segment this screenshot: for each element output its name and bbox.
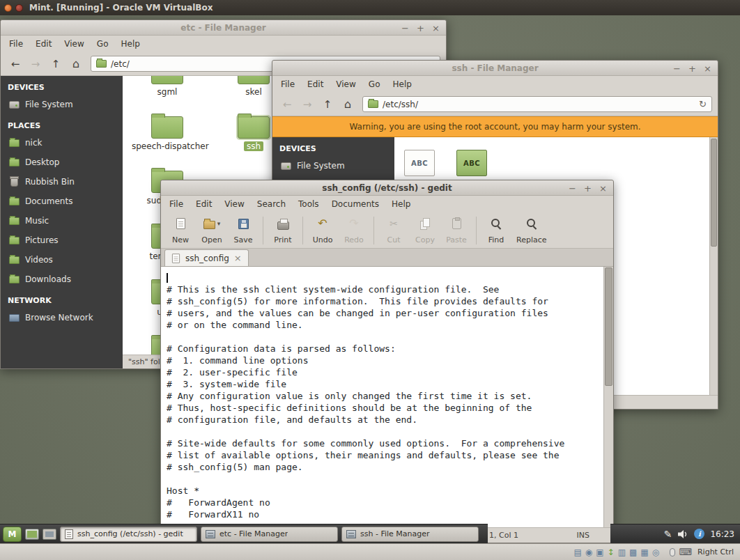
up-button[interactable] xyxy=(318,96,337,113)
forward-button[interactable] xyxy=(26,56,45,72)
code-line: # This is the ssh client system-wide con… xyxy=(167,284,603,296)
location-bar[interactable]: /etc/ssh/ ↻ xyxy=(362,96,712,112)
vertical-scrollbar[interactable] xyxy=(603,267,613,527)
minimize-button[interactable]: − xyxy=(568,184,577,193)
back-button[interactable] xyxy=(278,96,296,113)
close-button[interactable]: × xyxy=(431,24,440,33)
display-icon[interactable]: ▦ xyxy=(640,548,648,557)
sidebar-item-rubbish-bin[interactable]: Rubbish Bin xyxy=(1,172,123,192)
vbox-titlebar[interactable]: Mint. [Running] - Oracle VM VirtualBox xyxy=(0,0,740,15)
open-dropdown-icon[interactable]: ▾ xyxy=(217,220,221,227)
find-button[interactable]: Find xyxy=(481,215,511,246)
sidebar-item-file-system[interactable]: File System xyxy=(1,95,123,114)
file-item-document[interactable]: ABC xyxy=(404,150,435,176)
maximize-button[interactable]: + xyxy=(416,24,425,33)
workspace-switcher-icon[interactable] xyxy=(43,529,56,540)
taskbar-button-ssh-file-manager[interactable]: ssh - File Manager xyxy=(341,527,479,542)
sidebar-item-browse-network[interactable]: Browse Network xyxy=(1,308,123,327)
menu-help[interactable]: Help xyxy=(114,37,146,51)
vbox-close-icon[interactable] xyxy=(15,4,23,12)
menu-edit[interactable]: Edit xyxy=(190,197,218,211)
sidebar-item-home[interactable]: nick xyxy=(1,133,123,153)
sidebar-item-documents[interactable]: Documents xyxy=(1,192,123,211)
file-item-ssh-config-selected[interactable]: ABC xyxy=(456,150,487,176)
tab-close-icon[interactable]: × xyxy=(234,254,242,263)
menu-go[interactable]: Go xyxy=(91,37,115,51)
replace-button[interactable]: Replace xyxy=(512,215,551,246)
taskbar-button-etc-file-manager[interactable]: etc - File Manager xyxy=(201,527,338,542)
back-button[interactable] xyxy=(6,56,24,72)
code-line: Host * xyxy=(167,485,603,497)
redo-button[interactable]: Redo xyxy=(339,215,369,246)
menu-edit[interactable]: Edit xyxy=(29,37,58,51)
shared-folders-icon[interactable]: ▩ xyxy=(629,548,637,557)
home-button[interactable] xyxy=(339,96,357,113)
cut-button[interactable]: Cut xyxy=(378,215,409,246)
close-button[interactable]: × xyxy=(703,64,712,73)
menu-view[interactable]: View xyxy=(330,77,362,91)
features-icon[interactable]: ◎ xyxy=(652,548,659,557)
menu-tools[interactable]: Tools xyxy=(292,197,325,211)
mint-menu-button[interactable]: M xyxy=(3,527,22,542)
sidebar-item-desktop[interactable]: Desktop xyxy=(1,153,123,172)
volume-icon[interactable] xyxy=(677,529,688,539)
print-button[interactable]: Print xyxy=(268,215,298,246)
menu-view[interactable]: View xyxy=(58,37,90,51)
menu-search[interactable]: Search xyxy=(251,197,292,211)
scrollbar-thumb[interactable] xyxy=(711,139,717,247)
scrollbar-thumb[interactable] xyxy=(605,267,612,386)
sidebar-item-music[interactable]: Music xyxy=(1,211,123,231)
folder-icon xyxy=(151,116,183,139)
update-manager-icon[interactable]: i xyxy=(694,529,704,539)
sidebar-item-pictures[interactable]: Pictures xyxy=(1,231,123,250)
menu-view[interactable]: View xyxy=(218,197,250,211)
new-button[interactable]: New xyxy=(165,215,196,246)
code-line: # configuration file, and defaults at th… xyxy=(167,414,603,426)
close-button[interactable]: × xyxy=(599,184,608,193)
folder-icon xyxy=(368,100,378,108)
copy-button[interactable]: Copy xyxy=(410,215,440,246)
mouse-integration-icon[interactable] xyxy=(670,548,675,557)
maximize-button[interactable]: + xyxy=(583,184,592,193)
keyboard-icon[interactable]: ⌨ xyxy=(679,547,692,557)
menu-file[interactable]: File xyxy=(275,77,301,91)
menu-file[interactable]: File xyxy=(3,37,29,51)
menu-documents[interactable]: Documents xyxy=(325,197,385,211)
clock[interactable]: 16:23 xyxy=(710,529,734,539)
tab-ssh-config[interactable]: ssh_config × xyxy=(164,249,249,266)
network-icon[interactable]: ↕ xyxy=(608,548,615,557)
menu-help[interactable]: Help xyxy=(386,77,417,91)
usb-icon[interactable]: ▥ xyxy=(618,548,626,557)
menu-file[interactable]: File xyxy=(163,197,190,211)
home-button[interactable] xyxy=(67,56,85,72)
folder-item-sgml[interactable]: sgml xyxy=(129,76,206,98)
menu-help[interactable]: Help xyxy=(385,197,417,211)
sidebar-item-videos[interactable]: Videos xyxy=(1,250,123,270)
sidebar-item-file-system[interactable]: File System xyxy=(272,156,394,176)
menu-go[interactable]: Go xyxy=(362,77,387,91)
paste-button[interactable]: Paste xyxy=(441,215,472,246)
show-desktop-icon[interactable] xyxy=(25,529,39,540)
gedit-text-area[interactable]: # This is the ssh client system-wide con… xyxy=(161,267,613,527)
open-button[interactable]: ▾ Open xyxy=(196,215,227,246)
minimize-button[interactable]: − xyxy=(401,24,410,33)
ssh-fm-titlebar[interactable]: ssh - File Manager − + × xyxy=(272,61,718,76)
undo-button[interactable]: Undo xyxy=(307,215,338,246)
floppy-icon[interactable]: ▣ xyxy=(596,548,603,557)
maximize-button[interactable]: + xyxy=(688,64,697,73)
forward-button[interactable] xyxy=(298,96,316,113)
tablet-pen-icon[interactable]: ✎ xyxy=(664,529,672,539)
reload-icon[interactable]: ↻ xyxy=(699,99,707,109)
taskbar-button-gedit[interactable]: ssh_config (/etc/ssh) - gedit xyxy=(60,527,197,542)
save-button[interactable]: Save xyxy=(228,215,259,246)
gedit-titlebar[interactable]: ssh_config (/etc/ssh) - gedit − + × xyxy=(161,180,613,196)
cd-icon[interactable]: ◉ xyxy=(585,548,592,557)
etc-fm-titlebar[interactable]: etc - File Manager − + × xyxy=(1,20,446,36)
vertical-scrollbar[interactable] xyxy=(709,137,718,395)
minimize-button[interactable]: − xyxy=(672,64,681,73)
menu-edit[interactable]: Edit xyxy=(301,77,330,91)
hdd-icon[interactable]: ▤ xyxy=(573,548,581,557)
up-button[interactable] xyxy=(47,56,65,72)
sidebar-item-downloads[interactable]: Downloads xyxy=(1,270,123,289)
folder-item-speech-dispatcher[interactable]: speech-dispatcher xyxy=(129,116,206,152)
